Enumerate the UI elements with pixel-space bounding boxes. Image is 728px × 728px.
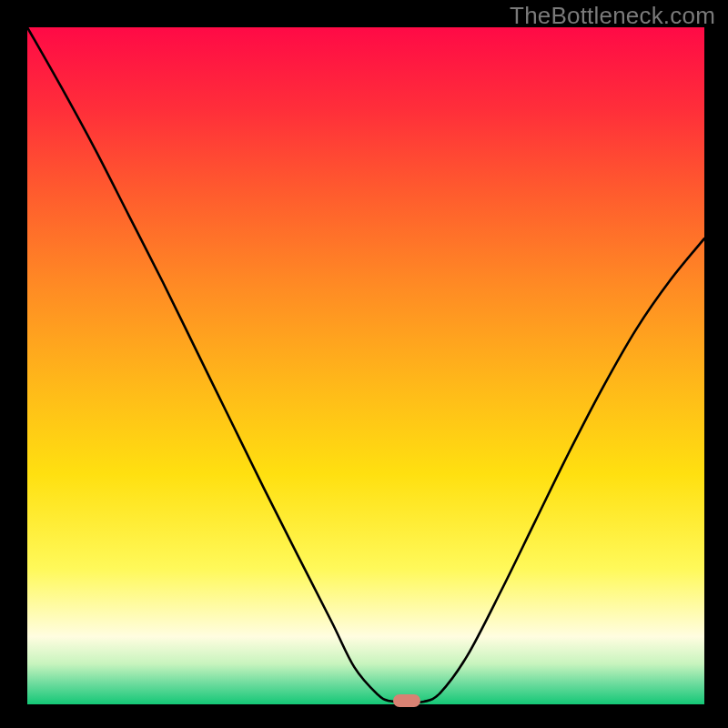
watermark-text: TheBottleneck.com [510, 2, 715, 30]
curve-layer [27, 27, 704, 704]
chart-frame: TheBottleneck.com [0, 0, 728, 728]
bottleneck-curve [27, 27, 704, 703]
optimal-point-marker [393, 694, 420, 707]
plot-area [27, 27, 704, 704]
